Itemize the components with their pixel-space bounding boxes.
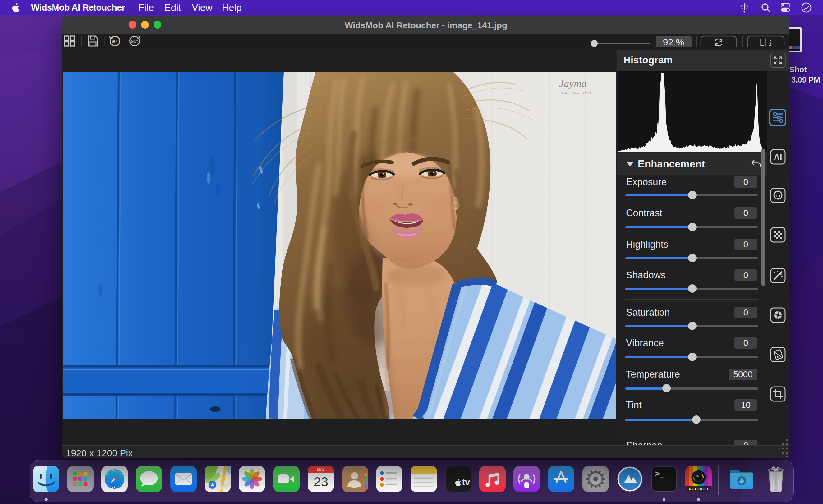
svg-text:92 %: 92 % — [663, 37, 684, 47]
svg-text:Jayma: Jayma — [559, 78, 587, 89]
svg-text:90°: 90° — [112, 39, 119, 44]
svg-text:>_: >_ — [655, 470, 665, 479]
svg-text:23: 23 — [314, 475, 328, 489]
svg-text:MAY: MAY — [317, 467, 325, 472]
svg-text:tv: tv — [462, 477, 470, 487]
svg-text:AI: AI — [774, 153, 782, 162]
svg-text:RETOUCH: RETOUCH — [689, 487, 708, 491]
svg-text:ART OF SOUL: ART OF SOUL — [561, 92, 595, 95]
svg-text:90°: 90° — [131, 39, 138, 44]
